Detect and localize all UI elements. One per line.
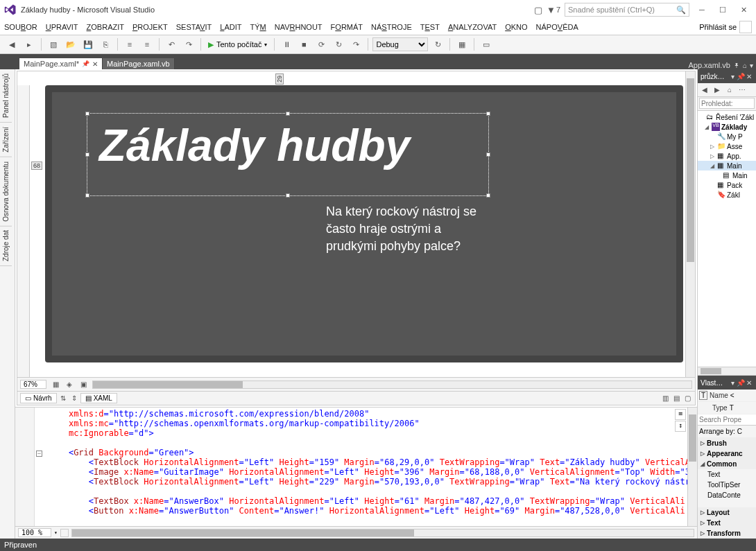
swap-panes-icon[interactable]: ⇅	[58, 394, 68, 403]
designer-hscroll[interactable]	[92, 381, 692, 389]
split-v-icon[interactable]: ▤	[671, 394, 681, 403]
step-button[interactable]: ↷	[348, 37, 363, 52]
tree-app-xaml[interactable]: ▷▦App.	[698, 151, 756, 161]
artboard[interactable]: 68 29 Základy hud	[52, 92, 676, 356]
solution-search[interactable]	[698, 97, 756, 111]
properties-search[interactable]	[698, 414, 756, 426]
tree-solution[interactable]: 🗂Řešení 'Zákl	[698, 112, 756, 122]
question-textblock[interactable]: Na který rockový nástroj se často hraje …	[326, 203, 479, 256]
nav-fwd-button[interactable]: ▸	[22, 37, 37, 52]
refresh2-button[interactable]: ↻	[430, 37, 445, 52]
dropdown-icon[interactable]: ▾	[728, 379, 737, 387]
close-icon[interactable]: ✕	[745, 73, 753, 80]
pin-icon[interactable]: 📌	[737, 73, 745, 80]
design-canvas[interactable]: 68 29 Základy hud	[17, 71, 695, 377]
cat-layout[interactable]: ▷Layout	[698, 507, 756, 518]
menu-team[interactable]: TÝM	[250, 23, 266, 31]
start-debug-button[interactable]: ▶ Tento počítač ▾	[205, 40, 270, 49]
properties-title[interactable]: Vlast… ▾ 📌 ✕	[698, 376, 756, 390]
menu-project[interactable]: PROJEKT	[132, 23, 168, 31]
zoom-dropdown-icon[interactable]: ▾	[54, 530, 58, 536]
prop-datacontext[interactable]: DataConte	[698, 490, 756, 500]
tree-cert[interactable]: 🔖Zákl	[698, 190, 756, 200]
notification-flag-icon[interactable]: ▼7	[547, 5, 560, 15]
design-view-tab[interactable]: ▭Návrh	[20, 393, 57, 403]
pin-icon[interactable]: 📌	[82, 60, 89, 67]
menu-file[interactable]: SOUBOR	[4, 23, 37, 31]
undo-button[interactable]: ↶	[164, 37, 179, 52]
tree-assets[interactable]: ▷📁Asse	[698, 141, 756, 151]
preview-tab[interactable]: App.xaml.vb	[688, 61, 730, 69]
datasources-pane-tab[interactable]: Zdroje dat	[0, 226, 12, 266]
arrange-by-row[interactable]: Arrange by: C	[698, 426, 756, 438]
designer-vscroll[interactable]	[685, 71, 695, 377]
fwd-icon[interactable]: ▶	[712, 85, 723, 96]
solution-explorer-title[interactable]: průzk… ▾ 📌 ✕	[698, 69, 756, 83]
device-pane-tab[interactable]: Zařízení	[0, 123, 12, 157]
stop-button[interactable]: ■	[296, 37, 311, 52]
designer-zoom[interactable]: 67%	[20, 380, 46, 389]
editor-split-icon[interactable]: ≡	[675, 409, 686, 420]
solution-tree[interactable]: 🗂Řešení 'Zákl ◢VBZáklady 🔧My P ▷📁Asse ▷▦…	[698, 111, 756, 367]
tree-mainpage-xaml[interactable]: ◢▦Main	[698, 161, 756, 170]
menu-edit[interactable]: UPRAVIT	[46, 23, 78, 31]
undent-button[interactable]: ≡	[122, 37, 137, 52]
menu-help[interactable]: NÁPOVĚDA	[536, 23, 578, 31]
group-button[interactable]: ▭	[479, 37, 494, 52]
menu-build[interactable]: SESTAVIT	[176, 23, 212, 31]
cat-common[interactable]: ◢Common	[698, 459, 756, 469]
home-icon[interactable]: ⌂	[724, 85, 735, 96]
tree-project[interactable]: ◢VBZáklady	[698, 122, 756, 132]
title-textblock[interactable]: Základy hudby	[99, 120, 515, 171]
tab-mainpage-xaml-vb[interactable]: MainPage.xaml.vb	[103, 58, 175, 69]
cat-brush[interactable]: ▷Brush	[698, 438, 756, 448]
expand-pane-icon[interactable]: ⇕	[69, 394, 79, 403]
user-icon[interactable]	[739, 21, 752, 33]
toolbox-pane-tab[interactable]: Panel nástrojů	[0, 69, 12, 123]
pause-button[interactable]: ⏸	[279, 37, 294, 52]
menu-format[interactable]: FORMÁT	[331, 23, 363, 31]
menu-test[interactable]: TEST	[420, 23, 440, 31]
back-icon[interactable]: ◀	[699, 85, 710, 96]
dropdown-icon[interactable]: ▾	[750, 62, 753, 69]
pin-icon[interactable]: 📌	[737, 379, 745, 387]
prop-text[interactable]: Text	[698, 469, 756, 480]
snap-icon[interactable]: ▣	[78, 380, 88, 390]
xaml-view-tab[interactable]: ▤XAML	[80, 393, 117, 403]
tab-mainpage-xaml[interactable]: MainPage.xaml* 📌 ✕	[19, 58, 103, 69]
collapse-pane-icon[interactable]: ▢	[682, 394, 692, 403]
feedback-icon[interactable]: ▢	[534, 5, 542, 15]
tree-myproject[interactable]: 🔧My P	[698, 132, 756, 141]
menu-analyze[interactable]: ANALYZOVAT	[448, 23, 497, 31]
menu-design[interactable]: NAVRHNOUT	[275, 23, 323, 31]
save-button[interactable]: 💾	[80, 37, 96, 52]
save-all-button[interactable]: ⎘	[98, 37, 113, 52]
prop-tooltip[interactable]: ToolTipSer	[698, 480, 756, 490]
home-icon[interactable]: ⌂	[743, 62, 747, 69]
xaml-editor[interactable]: − ≡ ↕ xmlns:d="http://schemas.microsoft.…	[15, 407, 697, 539]
fit-icon[interactable]: ▦	[51, 380, 60, 390]
open-button[interactable]: 📂	[63, 37, 78, 52]
close-icon[interactable]: ✕	[745, 379, 753, 387]
minimize-button[interactable]: ─	[694, 1, 710, 18]
close-button[interactable]: ✕	[735, 1, 752, 18]
cat-text[interactable]: ▷Text	[698, 518, 756, 528]
more-icon[interactable]: ⋯	[737, 85, 748, 96]
outline-pane-tab[interactable]: Osnova dokumentu	[0, 157, 12, 227]
split-h-icon[interactable]: ▥	[660, 394, 670, 403]
close-tab-icon[interactable]: ✕	[92, 60, 98, 68]
prop-name-value[interactable]: <	[730, 392, 755, 399]
grid-button[interactable]: ▦	[454, 37, 470, 52]
cat-appearance[interactable]: ▷Appearanc	[698, 448, 756, 459]
nav-back-button[interactable]: ◀	[4, 37, 19, 52]
promote-icon[interactable]: 🖈	[733, 62, 740, 69]
fold-toggle[interactable]: −	[36, 451, 42, 457]
cat-transform[interactable]: ▷Transform	[698, 528, 756, 539]
solution-hscroll[interactable]	[698, 367, 756, 375]
refresh-button[interactable]: ↻	[331, 37, 346, 52]
menu-tools[interactable]: NÁSTROJE	[371, 23, 412, 31]
quick-launch-input[interactable]: Snadné spuštění (Ctrl+Q) 🔍	[565, 3, 689, 17]
solution-search-input[interactable]	[699, 98, 755, 109]
indent-button[interactable]: ≡	[139, 37, 155, 52]
maximize-button[interactable]: ☐	[714, 1, 731, 18]
